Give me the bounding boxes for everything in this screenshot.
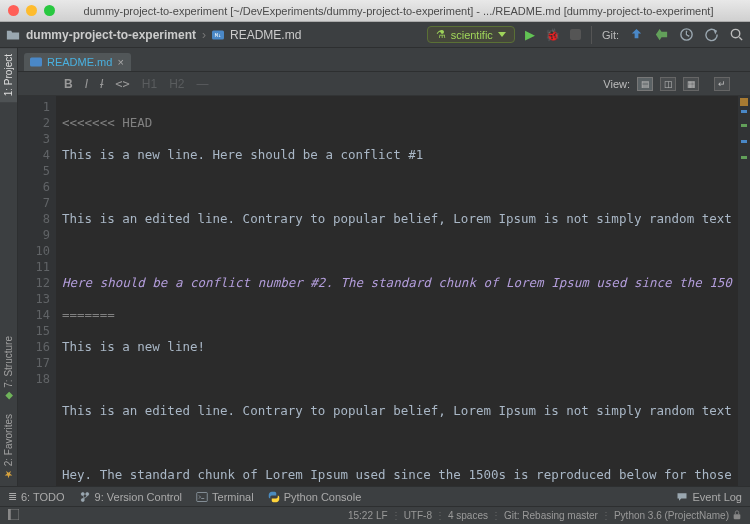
tool-window-python-console[interactable]: Python Console <box>268 491 362 503</box>
markdown-icon <box>30 56 42 68</box>
tool-window-todo[interactable]: ≣6: TODO <box>8 490 65 503</box>
line-2[interactable]: This is a new line. Here should be a con… <box>62 147 750 163</box>
status-indent[interactable]: 4 spaces <box>448 510 488 521</box>
change-marker[interactable] <box>741 156 747 159</box>
gutter: 123456789101112131415161718 <box>18 96 56 486</box>
line-7[interactable]: ======= <box>62 307 750 323</box>
svg-point-3 <box>731 29 739 37</box>
zoom-window-button[interactable] <box>44 5 55 16</box>
tool-window-vcs[interactable]: 9: Version Control <box>79 491 182 503</box>
python-icon <box>268 491 280 503</box>
status-git-branch[interactable]: Git: Rebasing master <box>504 510 598 521</box>
minimize-window-button[interactable] <box>26 5 37 16</box>
editor-column: README.md × B I I <> H1 H2 — View: ▤ ◫ ▦… <box>18 48 750 486</box>
divider <box>591 26 592 44</box>
breadcrumb-file[interactable]: README.md <box>230 28 301 42</box>
branch-icon <box>79 491 91 503</box>
svg-rect-5 <box>197 492 208 501</box>
status-interpreter[interactable]: Python 3.6 (ProjectName) <box>614 510 729 521</box>
vcs-update-icon[interactable] <box>629 27 644 42</box>
error-stripe[interactable] <box>738 96 750 486</box>
event-log[interactable]: Event Log <box>676 491 742 503</box>
close-tab-button[interactable]: × <box>117 56 123 68</box>
line-3[interactable] <box>62 179 750 195</box>
left-tool-stripe: 1: Project ◆7: Structure ★2: Favorites <box>0 48 18 486</box>
breadcrumb-separator: › <box>202 28 206 42</box>
speech-icon <box>676 491 688 503</box>
navigation-bar: dummy-project-to-experiment › M↓ README.… <box>0 22 750 48</box>
hr-button[interactable]: — <box>197 77 209 91</box>
window-controls <box>8 5 55 16</box>
status-time: 15:22 <box>348 510 373 521</box>
code-body[interactable]: <<<<<<< HEAD This is a new line. Here sh… <box>56 96 750 486</box>
vcs-revert-icon[interactable] <box>704 27 719 42</box>
line-5[interactable] <box>62 243 750 259</box>
change-marker[interactable] <box>741 110 747 113</box>
tool-window-structure[interactable]: ◆7: Structure <box>0 330 17 408</box>
line-10[interactable]: This is an edited line. Contrary to popu… <box>62 403 750 419</box>
strike-button[interactable]: I <box>100 77 103 91</box>
h1-button[interactable]: H1 <box>142 77 157 91</box>
view-label: View: <box>603 78 630 90</box>
svg-rect-7 <box>8 509 11 520</box>
italic-button[interactable]: I <box>85 77 88 91</box>
chevron-down-icon <box>498 32 506 37</box>
change-marker[interactable] <box>741 124 747 127</box>
git-label: Git: <box>602 29 619 41</box>
bottom-tool-stripe: ≣6: TODO 9: Version Control Terminal Pyt… <box>0 486 750 506</box>
svg-text:M↓: M↓ <box>215 32 221 38</box>
status-bar: 15:22 LF⋮ UTF-8⋮ 4 spaces⋮ Git: Rebasing… <box>0 506 750 524</box>
terminal-icon <box>196 491 208 503</box>
work-area: 1: Project ◆7: Structure ★2: Favorites R… <box>0 48 750 486</box>
tab-readme[interactable]: README.md × <box>24 53 131 71</box>
svg-rect-4 <box>30 58 42 67</box>
line-4[interactable]: This is an edited line. Contrary to popu… <box>62 211 750 227</box>
run-config-selector[interactable]: ⚗ scientific <box>427 26 515 43</box>
code-button[interactable]: <> <box>115 77 129 91</box>
scientific-icon: ⚗ <box>436 28 446 41</box>
vcs-commit-icon[interactable] <box>654 27 669 42</box>
macos-titlebar: dummy-project-to-experiment [~/DevExperi… <box>0 0 750 22</box>
vcs-history-icon[interactable] <box>679 27 694 42</box>
editor-tabs: README.md × <box>18 48 750 72</box>
breadcrumb-project[interactable]: dummy-project-to-experiment <box>26 28 196 42</box>
warning-indicator[interactable] <box>740 98 748 106</box>
line-11[interactable] <box>62 435 750 451</box>
change-marker[interactable] <box>741 140 747 143</box>
line-12[interactable]: Hey. The standard chunk of Lorem Ipsum u… <box>62 467 750 483</box>
bold-button[interactable]: B <box>64 77 73 91</box>
markdown-toolbar: B I I <> H1 H2 — View: ▤ ◫ ▦ ↵ <box>18 72 750 96</box>
tool-windows-toggle[interactable] <box>8 509 22 522</box>
line-1[interactable]: <<<<<<< HEAD <box>62 115 750 131</box>
tool-window-project[interactable]: 1: Project <box>0 48 17 102</box>
view-editor-only[interactable]: ▤ <box>637 77 653 91</box>
folder-icon <box>6 28 20 42</box>
window-title: dummy-project-to-experiment [~/DevExperi… <box>55 5 742 17</box>
readonly-toggle[interactable] <box>732 510 742 522</box>
stop-button[interactable] <box>570 29 581 40</box>
view-preview-only[interactable]: ▦ <box>683 77 699 91</box>
tool-window-favorites[interactable]: ★2: Favorites <box>0 408 17 486</box>
close-window-button[interactable] <box>8 5 19 16</box>
line-8[interactable]: This is a new line! <box>62 339 750 355</box>
run-button[interactable]: ▶ <box>525 27 535 42</box>
svg-rect-8 <box>734 514 741 519</box>
h2-button[interactable]: H2 <box>169 77 184 91</box>
tool-window-terminal[interactable]: Terminal <box>196 491 254 503</box>
markdown-icon: M↓ <box>212 29 224 41</box>
code-editor[interactable]: 123456789101112131415161718 <<<<<<< HEAD… <box>18 96 750 486</box>
status-eol[interactable]: LF <box>376 510 388 521</box>
run-config-label: scientific <box>451 29 493 41</box>
status-encoding[interactable]: UTF-8 <box>404 510 432 521</box>
search-icon[interactable] <box>729 27 744 42</box>
view-split[interactable]: ◫ <box>660 77 676 91</box>
window-icon <box>8 509 19 520</box>
view-soft-wrap[interactable]: ↵ <box>714 77 730 91</box>
line-9[interactable] <box>62 371 750 387</box>
line-6[interactable]: Here should be a conflict number #2. The… <box>62 275 750 291</box>
tab-label: README.md <box>47 56 112 68</box>
debug-button[interactable]: 🐞 <box>545 28 560 42</box>
